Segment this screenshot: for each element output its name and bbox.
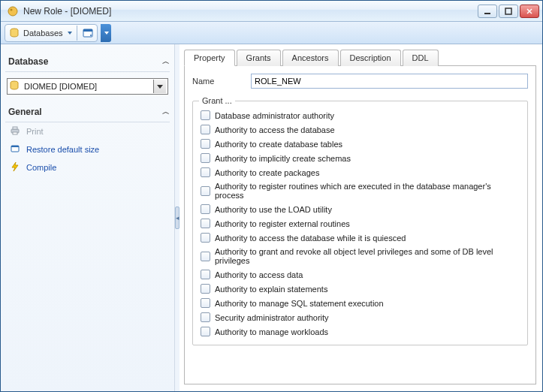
content-area: Property Grants Ancestors Description DD…	[179, 44, 542, 391]
grant-checkbox[interactable]	[201, 270, 210, 279]
property-panel: Name Grant ... Database administrator au…	[184, 66, 536, 384]
databases-label: Databases	[23, 29, 63, 38]
database-icon	[9, 80, 21, 92]
grant-label: Authority to grant and revoke all object…	[215, 247, 520, 265]
grant-row: Authority to use the LOAD utility	[199, 202, 521, 216]
grant-row: Authority to manage workloads	[199, 324, 521, 339]
maximize-button[interactable]	[499, 5, 518, 18]
database-select[interactable]: DIOMED [DIOMED]	[7, 78, 168, 95]
grant-label: Authority to register external routines	[215, 219, 350, 228]
grant-row: Authority to manage SQL statement execut…	[199, 296, 521, 310]
grant-row: Authority to access the database while i…	[199, 231, 521, 245]
grant-row: Authority to explain statements	[199, 282, 521, 296]
grant-row: Authority to access the database	[199, 122, 521, 137]
tab-strip: Property Grants Ancestors Description DD…	[184, 49, 536, 66]
sidebar: Database ︿ DIOMED [DIOMED] General ︿ Pri…	[1, 44, 175, 391]
grant-checkbox[interactable]	[201, 219, 210, 228]
printer-icon	[10, 125, 22, 137]
grant-row: Authority to create database tables	[199, 137, 521, 151]
toolbar: Databases	[1, 22, 542, 44]
grant-label: Authority to explain statements	[215, 285, 327, 294]
chevron-down-icon	[68, 32, 72, 35]
title-bar: New Role - [DIOMED]	[1, 1, 542, 22]
grant-label: Authority to manage SQL statement execut…	[215, 299, 384, 308]
grant-row: Authority to register external routines	[199, 216, 521, 231]
svg-point-0	[8, 7, 17, 16]
database-section-title: Database	[8, 56, 48, 67]
database-selected-text: DIOMED [DIOMED]	[24, 82, 153, 91]
grant-fieldset: Grant ... Database administrator authori…	[192, 96, 528, 345]
grant-label: Authority to use the LOAD utility	[215, 205, 332, 214]
grant-checkbox[interactable]	[201, 110, 210, 120]
grant-row: Authority to access data	[199, 267, 521, 282]
splitter-handle-icon: ◂	[175, 207, 179, 229]
svg-point-1	[11, 8, 13, 11]
grant-label: Security administrator authority	[215, 313, 329, 322]
svg-rect-8	[83, 29, 92, 32]
grant-checkbox[interactable]	[201, 153, 210, 163]
print-action: Print	[5, 122, 170, 140]
svg-marker-11	[157, 85, 163, 89]
svg-marker-17	[12, 162, 18, 171]
grant-checkbox[interactable]	[201, 284, 210, 294]
lightning-icon	[10, 161, 22, 173]
tab-description[interactable]: Description	[340, 50, 401, 66]
grant-checkbox[interactable]	[201, 186, 210, 196]
collapse-icon: ︿	[162, 56, 167, 67]
grant-row: Authority to create packages	[199, 165, 521, 179]
grant-row: Authority to implicitly create schemas	[199, 151, 521, 165]
grant-checkbox[interactable]	[201, 252, 210, 261]
restore-icon	[10, 143, 22, 155]
window-icon[interactable]	[82, 27, 94, 39]
restore-label: Restore default size	[26, 145, 99, 154]
grant-row: Database administrator authority	[199, 108, 521, 122]
grant-label: Authority to register routines which are…	[215, 182, 520, 200]
name-label: Name	[192, 77, 251, 86]
grant-label: Authority to implicitly create schemas	[215, 154, 351, 163]
print-label: Print	[26, 127, 44, 136]
tab-ancestors[interactable]: Ancestors	[282, 50, 339, 66]
database-section-header[interactable]: Database ︿	[5, 52, 170, 72]
svg-rect-3	[505, 8, 511, 14]
compile-label: Compile	[26, 163, 56, 172]
app-icon	[7, 5, 19, 17]
grant-checkbox[interactable]	[201, 167, 210, 177]
grant-checkbox[interactable]	[201, 204, 210, 214]
tab-grants[interactable]: Grants	[237, 50, 281, 66]
name-input[interactable]	[251, 74, 528, 89]
compile-action[interactable]: Compile	[5, 158, 170, 176]
grant-row: Authority to grant and revoke all object…	[199, 245, 521, 267]
general-section-header[interactable]: General ︿	[5, 102, 170, 122]
tab-ddl[interactable]: DDL	[403, 50, 439, 66]
grant-checkbox[interactable]	[201, 139, 210, 149]
grant-row: Security administrator authority	[199, 310, 521, 324]
grant-checkbox[interactable]	[201, 327, 210, 336]
minimize-button[interactable]	[478, 5, 497, 18]
databases-dropdown[interactable]: Databases	[5, 24, 98, 42]
window-title: New Role - [DIOMED]	[22, 6, 478, 17]
tab-property[interactable]: Property	[184, 50, 235, 66]
toolbar-overflow[interactable]	[101, 24, 111, 42]
svg-rect-16	[11, 146, 19, 147]
svg-rect-2	[484, 13, 490, 14]
grant-checkbox[interactable]	[201, 312, 210, 322]
svg-rect-13	[13, 127, 17, 129]
grant-label: Authority to create database tables	[215, 140, 342, 149]
grant-label: Authority to access data	[215, 270, 303, 279]
grant-label: Authority to manage workloads	[215, 327, 328, 336]
grant-label: Authority to create packages	[215, 168, 319, 177]
restore-default-action[interactable]: Restore default size	[5, 140, 170, 158]
general-section-title: General	[8, 107, 42, 117]
grant-legend: Grant ...	[199, 96, 235, 105]
grant-checkbox[interactable]	[201, 298, 210, 308]
close-button[interactable]	[520, 5, 539, 18]
collapse-icon: ︿	[162, 107, 167, 117]
svg-rect-14	[13, 132, 17, 134]
dropdown-button[interactable]	[153, 80, 166, 93]
grant-label: Authority to access the database	[215, 125, 335, 134]
grant-checkbox[interactable]	[201, 233, 210, 243]
grant-row: Authority to register routines which are…	[199, 179, 521, 202]
splitter[interactable]: ◂	[175, 44, 179, 391]
grant-checkbox[interactable]	[201, 125, 210, 134]
database-icon	[8, 27, 20, 39]
